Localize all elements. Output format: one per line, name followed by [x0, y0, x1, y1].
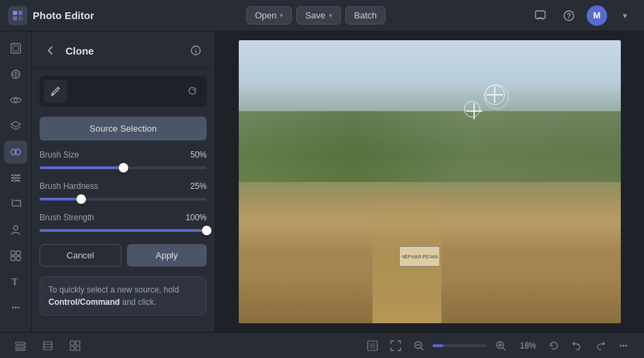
svg-rect-37	[16, 346, 25, 348]
svg-point-30	[12, 307, 14, 309]
fit-view-button[interactable]	[363, 336, 382, 355]
back-button[interactable]	[41, 41, 60, 60]
brush-size-section: Brush Size 50%	[40, 150, 207, 172]
bottombar: 18%	[0, 332, 644, 358]
panel-title: Clone	[65, 45, 181, 57]
brush-hardness-value: 25%	[190, 181, 207, 191]
topbar: Photo Editor Open ▾ Save ▾ Batch ? M ▾	[0, 0, 644, 31]
tooltip-box: To quickly select a new source, hold Con…	[40, 276, 207, 316]
brush-hardness-fill	[40, 198, 81, 200]
svg-point-35	[51, 93, 54, 96]
tool-clone[interactable]	[4, 140, 27, 164]
layers-bottom-icon[interactable]	[11, 336, 30, 355]
clone-panel: Clone i	[31, 31, 216, 332]
brush-strength-label-row: Brush Strength 100%	[40, 213, 207, 222]
svg-rect-2	[13, 16, 17, 20]
tool-more[interactable]	[4, 296, 27, 319]
svg-point-31	[14, 307, 16, 309]
brush-strength-thumb[interactable]	[202, 226, 211, 235]
svg-rect-44	[70, 346, 74, 350]
main-layout: T Clone i	[0, 31, 644, 332]
frame-bottom-icon[interactable]	[38, 336, 57, 355]
svg-rect-8	[13, 46, 18, 51]
zoom-out-button[interactable]	[409, 336, 428, 355]
svg-text:T: T	[12, 277, 18, 287]
brush-size-slider[interactable]	[40, 166, 207, 169]
redo-icon[interactable]	[591, 336, 610, 355]
undo-history-icon[interactable]	[544, 336, 564, 355]
tool-eye[interactable]	[4, 89, 27, 112]
svg-rect-4	[536, 11, 545, 18]
apply-button[interactable]: Apply	[127, 244, 207, 267]
brush-strength-slider[interactable]	[40, 229, 207, 232]
svg-rect-25	[11, 251, 15, 255]
tool-crop[interactable]	[4, 192, 27, 215]
svg-point-32	[17, 307, 19, 309]
svg-rect-27	[11, 256, 15, 260]
brush-size-label-row: Brush Size 50%	[40, 150, 207, 160]
svg-point-18	[16, 177, 18, 179]
brush-size-thumb[interactable]	[119, 163, 128, 173]
avatar[interactable]: M	[587, 5, 607, 26]
tool-layers[interactable]	[4, 115, 27, 138]
svg-point-19	[13, 180, 15, 182]
svg-rect-42	[70, 341, 74, 345]
svg-text:i: i	[195, 48, 197, 55]
brush-strength-value: 100%	[186, 213, 207, 222]
brush-size-value: 50%	[190, 150, 207, 160]
svg-rect-28	[16, 256, 20, 260]
canvas-area[interactable]: ЧЁРНАЯ РЕЧКА	[216, 31, 644, 332]
svg-rect-7	[11, 44, 20, 53]
chat-icon-button[interactable]	[529, 5, 551, 27]
canvas-image[interactable]: ЧЁРНАЯ РЕЧКА	[239, 40, 621, 323]
grid-bottom-icon[interactable]	[65, 336, 85, 355]
brush-hardness-thumb[interactable]	[76, 194, 86, 204]
tool-text[interactable]: T	[4, 270, 27, 293]
svg-rect-43	[76, 341, 80, 345]
app-title: Photo Editor	[33, 10, 94, 21]
tooltip-text: To quickly select a new source, hold	[48, 285, 179, 295]
tool-select[interactable]	[4, 37, 27, 60]
svg-rect-39	[44, 342, 52, 350]
brush-size-label: Brush Size	[40, 150, 79, 160]
svg-point-13	[15, 149, 20, 155]
tooltip-key: Control/Command	[48, 297, 120, 307]
brush-strength-label: Brush Strength	[40, 213, 94, 222]
cancel-button[interactable]: Cancel	[40, 244, 121, 267]
app-logo: Photo Editor	[8, 6, 94, 25]
tooltip-suffix: and click.	[120, 297, 156, 307]
open-button[interactable]: Open ▾	[246, 6, 293, 25]
svg-point-24	[14, 226, 18, 230]
svg-line-54	[503, 347, 506, 350]
tool-adjust[interactable]	[4, 166, 27, 190]
open-chevron-icon: ▾	[280, 12, 283, 19]
brush-strength-section: Brush Strength 100%	[40, 213, 207, 235]
svg-point-17	[12, 175, 14, 177]
svg-rect-38	[16, 349, 25, 350]
batch-button[interactable]: Batch	[345, 6, 385, 25]
tool-objects[interactable]	[4, 244, 27, 267]
svg-point-55	[620, 344, 622, 346]
action-row: Cancel Apply	[40, 244, 207, 267]
actual-size-button[interactable]	[386, 336, 405, 355]
save-button[interactable]: Save ▾	[296, 6, 341, 25]
help-icon-button[interactable]: ?	[558, 5, 580, 27]
svg-rect-47	[370, 343, 375, 348]
more-actions-icon[interactable]	[614, 336, 633, 355]
brush-hardness-section: Brush Hardness 25%	[40, 181, 207, 203]
expand-menu-icon[interactable]: ▾	[614, 5, 636, 27]
trees-overlay	[239, 111, 621, 182]
tool-people[interactable]	[4, 218, 27, 241]
svg-point-57	[626, 344, 628, 346]
brush-hardness-slider[interactable]	[40, 198, 207, 200]
svg-point-11	[14, 99, 17, 102]
reset-button[interactable]	[182, 81, 203, 102]
undo-icon[interactable]	[568, 336, 587, 355]
source-selection-button[interactable]: Source Selection	[40, 117, 207, 140]
zoom-slider[interactable]	[433, 344, 487, 347]
tool-filter[interactable]	[4, 63, 27, 86]
svg-rect-45	[76, 346, 80, 350]
zoom-in-button[interactable]	[491, 336, 510, 355]
brush-icon[interactable]	[44, 80, 67, 103]
info-button[interactable]: i	[186, 41, 205, 60]
